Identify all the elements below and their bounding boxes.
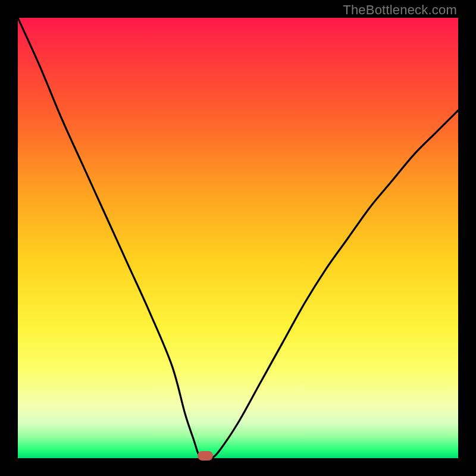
minimum-marker xyxy=(198,451,213,461)
bottleneck-curve-path xyxy=(18,18,458,458)
curve-layer xyxy=(18,18,458,458)
watermark-text: TheBottleneck.com xyxy=(343,2,457,18)
chart-frame: TheBottleneck.com xyxy=(0,0,476,476)
